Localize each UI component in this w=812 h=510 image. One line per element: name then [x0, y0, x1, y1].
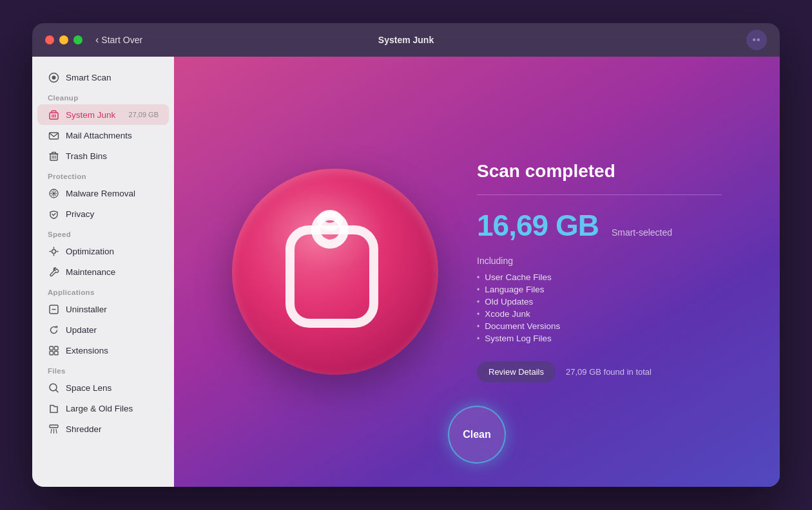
system-junk-icon [48, 109, 59, 120]
content-layout: Scan completed 16,69 GB Smart-selected I… [174, 135, 780, 408]
app-icon [232, 169, 438, 375]
updater-icon [48, 324, 59, 335]
space-lens-icon [48, 382, 59, 393]
file-list: User Cache Files Language Files Old Upda… [477, 272, 722, 343]
privacy-label: Privacy [66, 209, 94, 219]
sidebar-item-smart-scan[interactable]: Smart Scan [37, 67, 169, 88]
review-details-button[interactable]: Review Details [477, 361, 556, 382]
space-lens-label: Space Lens [66, 383, 111, 393]
back-label: Start Over [101, 35, 142, 45]
malware-icon [48, 187, 59, 199]
smart-selected-label: Smart-selected [612, 227, 672, 238]
main-content: Scan completed 16,69 GB Smart-selected I… [174, 57, 780, 487]
divider [477, 194, 722, 195]
maximize-button[interactable] [73, 35, 82, 44]
trash-icon [48, 150, 59, 162]
uninstaller-icon [48, 303, 59, 315]
dots-icon: •• [752, 34, 760, 46]
svg-rect-31 [290, 230, 374, 323]
list-item: Xcode Junk [477, 309, 722, 319]
titlebar-nav: ‹ Start Over [95, 34, 142, 46]
sidebar-item-malware-removal[interactable]: Malware Removal [37, 183, 169, 203]
sidebar-item-maintenance[interactable]: Maintenance [37, 261, 169, 282]
list-item: User Cache Files [477, 272, 722, 282]
uninstaller-label: Uninstaller [66, 305, 107, 314]
found-total: 27,09 GB found in total [566, 367, 652, 377]
clean-button[interactable]: Clean [448, 406, 506, 464]
app-window: ‹ Start Over System Junk •• Smart Scan [32, 23, 780, 487]
optimization-label: Optimization [66, 247, 114, 256]
shredder-label: Shredder [66, 424, 102, 434]
list-item: Document Versions [477, 321, 722, 331]
mail-attachments-label: Mail Attachments [66, 131, 132, 140]
svg-point-18 [52, 249, 55, 253]
smart-scan-label: Smart Scan [66, 73, 111, 82]
sidebar-item-optimization[interactable]: Optimization [37, 241, 169, 261]
size-value: 16,69 GB [477, 208, 599, 243]
maintenance-label: Maintenance [66, 267, 115, 277]
optimization-icon [48, 245, 59, 257]
action-row: Review Details 27,09 GB found in total [477, 361, 722, 382]
sidebar: Smart Scan Cleanup System Junk 27,09 GB [32, 57, 174, 487]
more-options-button[interactable]: •• [746, 30, 767, 50]
extensions-label: Extensions [66, 346, 108, 355]
sidebar-item-space-lens[interactable]: Space Lens [37, 377, 169, 398]
scan-title: Scan completed [477, 161, 722, 182]
svg-point-13 [52, 192, 55, 194]
system-junk-label: System Junk [66, 110, 115, 120]
shredder-icon [48, 423, 59, 435]
sidebar-item-trash-bins[interactable]: Trash Bins [37, 146, 169, 166]
list-item: Old Updates [477, 297, 722, 307]
svg-point-32 [316, 216, 344, 244]
files-section-label: Files [32, 361, 174, 377]
mail-icon [48, 129, 59, 141]
app-icon-container [232, 169, 438, 375]
traffic-lights [45, 35, 82, 44]
list-item: Language Files [477, 285, 722, 294]
minimize-button[interactable] [59, 35, 68, 44]
large-old-files-label: Large & Old Files [66, 404, 133, 413]
svg-rect-27 [50, 425, 58, 428]
size-row: 16,69 GB Smart-selected [477, 208, 722, 243]
result-panel: Scan completed 16,69 GB Smart-selected I… [477, 161, 722, 382]
smart-scan-icon [48, 71, 59, 83]
protection-section-label: Protection [32, 166, 174, 183]
svg-rect-22 [54, 346, 58, 350]
clean-button-container: Clean [448, 406, 506, 464]
svg-point-1 [52, 75, 55, 79]
svg-line-28 [51, 429, 52, 433]
titlebar: ‹ Start Over System Junk •• [32, 23, 780, 57]
sidebar-item-shredder[interactable]: Shredder [37, 419, 169, 439]
svg-rect-23 [50, 351, 53, 355]
extensions-icon [48, 345, 59, 356]
svg-rect-21 [50, 346, 53, 350]
close-button[interactable] [45, 35, 54, 44]
window-body: Smart Scan Cleanup System Junk 27,09 GB [32, 57, 780, 487]
including-label: Including [477, 256, 722, 266]
chevron-left-icon: ‹ [95, 34, 99, 46]
back-button[interactable]: ‹ Start Over [95, 34, 142, 46]
sidebar-item-large-old-files[interactable]: Large & Old Files [37, 398, 169, 419]
sidebar-item-uninstaller[interactable]: Uninstaller [37, 299, 169, 319]
maintenance-icon [48, 266, 59, 278]
svg-point-33 [321, 214, 339, 227]
window-title: System Junk [378, 35, 434, 45]
sidebar-item-privacy[interactable]: Privacy [37, 203, 169, 224]
list-item: System Log Files [477, 334, 722, 343]
cleanup-section-label: Cleanup [32, 88, 174, 104]
applications-section-label: Applications [32, 282, 174, 299]
sidebar-item-updater[interactable]: Updater [37, 319, 169, 340]
system-junk-badge: 27,09 GB [129, 111, 159, 118]
svg-line-26 [55, 390, 58, 392]
large-files-icon [48, 402, 59, 414]
svg-rect-24 [54, 351, 58, 355]
updater-label: Updater [66, 325, 97, 335]
sidebar-item-mail-attachments[interactable]: Mail Attachments [37, 125, 169, 146]
sidebar-item-extensions[interactable]: Extensions [37, 340, 169, 361]
trash-bins-label: Trash Bins [66, 151, 107, 161]
malware-removal-label: Malware Removal [66, 189, 135, 198]
svg-line-30 [56, 429, 57, 433]
privacy-icon [48, 208, 59, 220]
sidebar-item-system-junk[interactable]: System Junk 27,09 GB [37, 104, 169, 125]
speed-section-label: Speed [32, 224, 174, 241]
